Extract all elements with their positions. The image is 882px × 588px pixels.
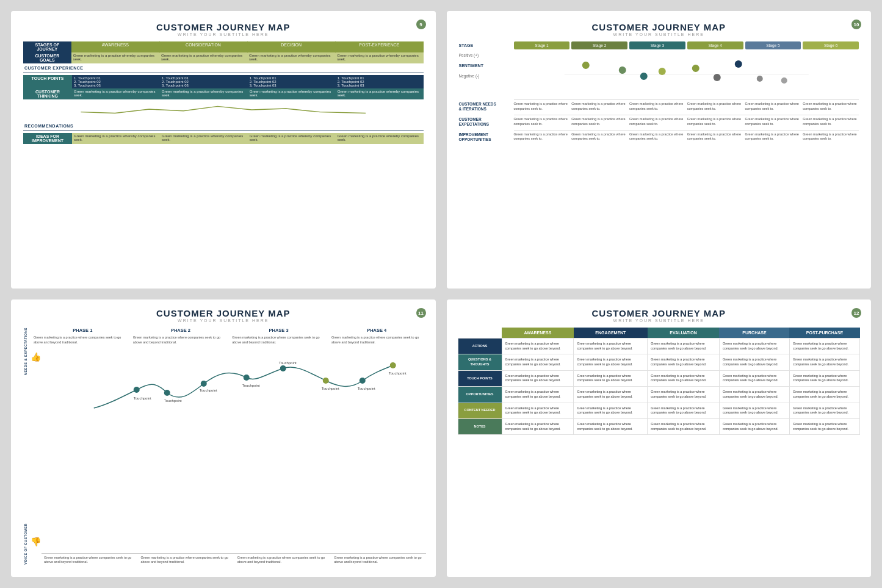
goal-cell-2: Green marketing is a practice whereby co… [159, 52, 247, 63]
actions-row: ACTIONS Green marketing is a practice wh… [458, 339, 860, 354]
svg-point-10 [134, 387, 140, 393]
journey-wave [23, 101, 424, 120]
phase-4-label: PHASE 4 [328, 328, 426, 333]
actions-cell-2: Green marketing is a practice where comp… [574, 339, 648, 354]
slide-4-subtitle: WRITE YOUR SUBTITLE HERE [458, 318, 861, 323]
stage-consideration: CONSIDERATION [159, 41, 247, 52]
slide-2-title: CUSTOMER JOURNEY MAP [459, 22, 859, 32]
exp-cell-1: Green marketing is a practice where comp… [514, 117, 570, 127]
imp-cell-3: Green marketing is a practice where comp… [629, 132, 685, 143]
slide-3-body: NEEDS & EXPECTATIONS VOICE OF CUSTOMER P… [21, 328, 426, 565]
notes-cell-4: Green marketing is a practice where comp… [719, 418, 789, 434]
content-cell-1: Green marketing is a practice where comp… [502, 403, 574, 418]
slide-1-title: CUSTOMER JOURNEY MAP [23, 22, 424, 32]
svg-point-8 [756, 76, 762, 82]
stage-awareness: AWARENESS [71, 41, 159, 52]
think-cell-1: Green marketing is a practice whereby co… [72, 88, 160, 99]
needs-cells: Green marketing is a practice where comp… [514, 102, 859, 112]
notes-cell-1: Green marketing is a practice where comp… [502, 418, 574, 434]
stage-2: Stage 2 [571, 41, 627, 49]
improvement-row: IMPROVEMENTOPPORTUNITIES Green marketing… [459, 132, 859, 143]
voice-cell-1: Green marketing is a practice where comp… [44, 556, 136, 565]
svg-point-16 [360, 378, 366, 384]
idea-cell-4: Green marketing is a practice whereby co… [336, 133, 424, 144]
imp-cell-6: Green marketing is a practice where comp… [803, 132, 859, 143]
divider-s2-3 [514, 130, 859, 131]
opp-cell-2: Green marketing is a practice where comp… [574, 387, 648, 403]
questions-cell-2: Green marketing is a practice where comp… [574, 354, 648, 370]
phase-2-label: PHASE 2 [132, 328, 230, 333]
svg-point-9 [781, 77, 787, 84]
touch-cell-1: 1. Touchpoint 012. Touchpoint 023. Touch… [72, 75, 160, 88]
improvement-label: IMPROVEMENTOPPORTUNITIES [459, 132, 514, 143]
opp-cell-3: Green marketing is a practice where comp… [648, 387, 720, 403]
stage-5: Stage 5 [745, 41, 801, 49]
content-cell-4: Green marketing is a practice where comp… [719, 403, 789, 418]
imp-cell-5: Green marketing is a practice where comp… [745, 132, 801, 143]
svg-point-15 [323, 378, 329, 384]
col-post-purchase: POST-PURCHASE [789, 328, 859, 339]
needs-cell-2: Green marketing is a practice where comp… [571, 102, 627, 112]
questions-cell-4: Green marketing is a practice where comp… [719, 354, 789, 370]
phase-headers: PHASE 1 PHASE 2 PHASE 3 PHASE 4 [31, 328, 426, 333]
notes-label: NOTES [458, 418, 502, 434]
content-cell-5: Green marketing is a practice where comp… [789, 403, 859, 418]
positive-label: Positive (+) [459, 53, 514, 57]
svg-point-2 [618, 66, 626, 74]
slide-3-subtitle: WRITE YOUR SUBTITLE HERE [21, 318, 426, 323]
content-cell-2: Green marketing is a practice where comp… [574, 403, 648, 418]
needs-cell-4: Green marketing is a practice where comp… [687, 102, 743, 112]
expectations-label: CUSTOMEREXPECTATIONS [459, 117, 514, 127]
thumbs-up-icon: 👍 [31, 352, 41, 362]
needs-cell-3: Green marketing is a practice where comp… [629, 102, 685, 112]
needs-row: CUSTOMER NEEDS& ITERATIONS Green marketi… [459, 102, 859, 112]
notes-row: NOTES Green marketing is a practice wher… [458, 418, 860, 434]
svg-text:Touchpoint: Touchpoint [322, 387, 339, 390]
opportunities-row: OPPORTUNITIES Green marketing is a pract… [458, 387, 860, 403]
questions-cell-3: Green marketing is a practice where comp… [648, 354, 720, 370]
actions-cell-4: Green marketing is a practice where comp… [719, 339, 789, 354]
imp-cell-2: Green marketing is a practice where comp… [571, 132, 627, 143]
chart-divider [42, 553, 426, 554]
top-text-cells: Green marketing is a practice where comp… [31, 335, 426, 345]
journey-chart: 👍 👎 Touchpoint Touch [31, 347, 426, 551]
slide-1-table-3: IDEAS FORIMPROVEMENT Green marketing is … [23, 133, 424, 144]
tp-cell-2: Green marketing is a practice where comp… [574, 370, 648, 386]
touch-cell-4: 1. Touchpoint 012. Touchpoint 023. Touch… [336, 75, 424, 88]
recommendations-label: RECOMMENDATIONS [23, 121, 424, 129]
idea-cell-3: Green marketing is a practice whereby co… [248, 133, 336, 144]
svg-point-12 [201, 381, 207, 387]
actions-cell-1: Green marketing is a practice where comp… [502, 339, 574, 354]
stage-3: Stage 3 [629, 41, 685, 49]
svg-point-5 [692, 65, 699, 72]
needs-cell-1: Green marketing is a practice where comp… [514, 102, 570, 112]
exp-cell-2: Green marketing is a practice where comp… [571, 117, 627, 127]
col-purchase: PURCHASE [719, 328, 789, 339]
empty-header [458, 328, 502, 339]
sentiment-section: Positive (+) SENTIMENT Negative (-) [459, 53, 859, 96]
slide-1-table-2: TOUCH POINTS 1. Touchpoint 012. Touchpoi… [23, 75, 424, 99]
needs-cell-5: Green marketing is a practice where comp… [745, 102, 801, 112]
svg-point-17 [390, 362, 396, 368]
sentiment-label: SENTIMENT [459, 63, 514, 68]
think-cell-3: Green marketing is a practice whereby co… [248, 88, 336, 99]
stage-4: Stage 4 [687, 41, 743, 49]
voice-cell-3: Green marketing is a practice where comp… [237, 556, 329, 565]
touch-cell-3: 1. Touchpoint 012. Touchpoint 023. Touch… [248, 75, 336, 88]
exp-cell-5: Green marketing is a practice where comp… [745, 117, 801, 127]
touch-cell-2: 1. Touchpoint 012. Touchpoint 023. Touch… [160, 75, 248, 88]
col-awareness: AWARENESS [502, 328, 574, 339]
actions-cell-5: Green marketing is a practice where comp… [789, 339, 859, 354]
goal-cell-1: Green marketing is a practice whereby co… [71, 52, 159, 63]
slide-4-title: CUSTOMER JOURNEY MAP [458, 308, 861, 318]
opp-cell-5: Green marketing is a practice where comp… [789, 387, 859, 403]
divider-2 [23, 131, 424, 131]
voice-customer-label: VOICE OF CUSTOMER [24, 523, 27, 565]
svg-text:Touchpoint: Touchpoint [134, 396, 151, 400]
questions-cell-1: Green marketing is a practice where comp… [502, 354, 574, 370]
questions-label: QUESTIONS & THOUGHTS [458, 354, 502, 370]
voice-cells: Green marketing is a practice where comp… [31, 556, 426, 565]
stage-1: Stage 1 [514, 41, 570, 49]
questions-row: QUESTIONS & THOUGHTS Green marketing is … [458, 354, 860, 370]
slide-3: 11 CUSTOMER JOURNEY MAP WRITE YOUR SUBTI… [11, 299, 436, 577]
